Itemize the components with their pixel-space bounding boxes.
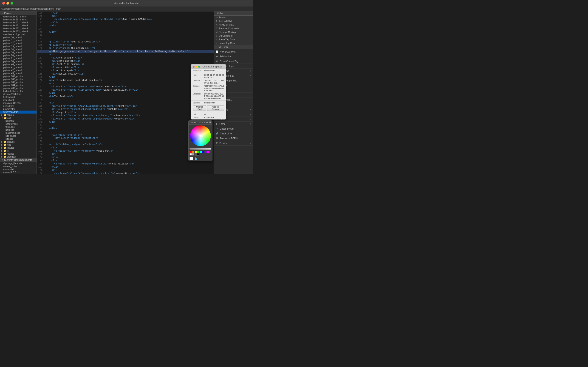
sidebar-folder-files[interactable]: ▶📁files	[0, 143, 36, 146]
sidebar-css-subfile[interactable]: site-alt.css	[0, 134, 36, 137]
html-tool-preview[interactable]: PPreview▼	[214, 141, 253, 146]
sidebar-file-item[interactable]: yojimbo21_pr.html	[0, 57, 36, 60]
sidebar-folder-movies[interactable]: ▶📁movies	[0, 152, 36, 155]
line-content[interactable]: </div>	[44, 127, 59, 130]
close-button[interactable]	[2, 2, 5, 5]
utilities-item-text-to-html...[interactable]: AText to HTML...	[214, 19, 253, 23]
html-tool-close-current-tag[interactable]: ⊠Close Current Tag	[214, 59, 253, 64]
sidebar-folder-images[interactable]: ▶📁images	[0, 146, 36, 149]
sidebar-file-item[interactable]: yojimbo10_pr.html	[0, 36, 36, 39]
line-content[interactable]: </ul>	[44, 121, 57, 124]
line-content[interactable]: </li>	[44, 21, 60, 24]
sidebar-file-item[interactable]: index.html	[0, 99, 36, 102]
line-content[interactable]: <li><a href="https://littlehive.com/">Sa…	[44, 89, 140, 92]
color-swatch[interactable]	[190, 153, 192, 156]
sidebar-file-item[interactable]: yojimbo12_pr.html	[0, 42, 36, 45]
sidebar-file-item[interactable]: yojimbo302_pr.html	[0, 78, 36, 81]
sidebar-file-item[interactable]: history.html	[0, 96, 36, 99]
sidebar-file-item[interactable]: textwrangler453_pr.html	[0, 30, 36, 33]
html-tool-new-document[interactable]: 📄New Document	[214, 49, 253, 54]
line-content[interactable]: <li>Scott Burton</li>	[44, 60, 82, 63]
line-content[interactable]: <li><a href="http://pearce.com/">Naomi P…	[44, 85, 128, 89]
line-content[interactable]	[44, 34, 49, 37]
sidebar-file-item[interactable]: yojimbo301_pr.html	[0, 75, 36, 78]
colors-tab-image[interactable]: 🖼	[209, 121, 211, 124]
sidebar-folder-discuss[interactable]: ▶📁discuss	[0, 140, 36, 143]
line-content[interactable]: <li><a href="https://www.flyingmeat.com/…	[44, 105, 139, 108]
line-content[interactable]: <a class="n1" href="/company/">About Us<…	[44, 150, 115, 153]
color-swatch[interactable]	[195, 153, 197, 156]
minimize-button[interactable]	[6, 2, 9, 5]
html-tool-form[interactable]: FForm▼	[214, 122, 253, 126]
line-content[interactable]: <div class="col-sm-3">	[44, 133, 84, 137]
line-content[interactable]: <li>	[44, 153, 59, 156]
sidebar-file-item[interactable]: yojimbo403_pr.html	[0, 87, 36, 90]
sidebar-file-item[interactable]: textwrangler451_pr.html	[0, 24, 36, 27]
colors-tab-sliders[interactable]: ≡	[202, 121, 203, 124]
line-content[interactable]: <p class="p"></p>	[44, 44, 74, 47]
line-content[interactable]: <li><a href="https://subversion.apache.o…	[44, 114, 141, 117]
colors-tab-pencil[interactable]: ✏	[204, 121, 206, 124]
line-content[interactable]: <p>with additional contributions by</p>	[44, 79, 104, 82]
sidebar-file-item[interactable]: yojimbo40_pr.html	[0, 63, 36, 66]
line-content[interactable]: <p>This gorgeous web site before you is …	[44, 50, 192, 53]
line-content[interactable]: <ul id="sidebar_navigation" class="n5">	[44, 143, 104, 146]
sidebar-file-item[interactable]: yojimbo11_pr.html	[0, 39, 36, 42]
ci-close-btn[interactable]	[193, 66, 195, 68]
html-tool-check-links[interactable]: 🔗Check Links	[214, 131, 253, 136]
sidebar-css-subfile[interactable]: help.css	[0, 128, 36, 131]
line-content[interactable]: <a class="n3" href="/company/history.htm…	[44, 172, 141, 174]
utilities-item-remove-comments[interactable]: #Remove Comments	[214, 27, 253, 30]
ci-min-btn[interactable]	[195, 66, 197, 68]
line-content[interactable]	[44, 98, 49, 101]
line-content[interactable]	[44, 27, 49, 31]
line-content[interactable]: </li>	[44, 11, 60, 15]
selected-color-dropper[interactable]: 💧	[194, 157, 198, 160]
sidebar-file-item[interactable]: yojimbo14_pr.html	[0, 48, 36, 51]
sidebar-file-item[interactable]: closure-2020.html	[0, 93, 36, 96]
sidebar-css-subfile[interactable]: fonts.css	[0, 125, 36, 128]
color-swatch[interactable]	[205, 151, 207, 153]
line-content[interactable]: <ul>	[44, 53, 56, 56]
utilities-item-format...[interactable]: ⚙Format...	[214, 16, 253, 19]
colors-tab-crayon[interactable]: ✒	[206, 121, 208, 124]
sidebar-file-item[interactable]: weathercal10_pr.html	[0, 33, 36, 36]
color-wheel[interactable]	[190, 125, 211, 146]
line-content[interactable]: <li>	[44, 159, 59, 162]
sidebar-file-item[interactable]: yojimbo16_pr.html	[0, 51, 36, 54]
sidebar-file-item[interactable]: mosaicredits.html	[0, 102, 36, 105]
sidebar-css-subfile[interactable]: blueprint	[0, 119, 36, 123]
sidebar-file-item[interactable]: sitecredits.html	[0, 110, 36, 114]
line-content[interactable]: <ul>	[44, 101, 56, 105]
sidebar-css-subfile[interactable]: coderay.css	[0, 123, 36, 125]
use-for-find-button[interactable]: Use for Find	[193, 105, 206, 111]
html-tool-preview-in-bbedit[interactable]: BPreview in BBEdit	[214, 136, 253, 141]
line-content[interactable]: <a class="n4" href="/company/news.html">…	[44, 162, 136, 166]
sidebar-open-doc-item[interactable]: new-us.txt	[0, 168, 36, 171]
ci-max-btn[interactable]	[198, 66, 200, 68]
sidebar-file-item[interactable]: yojimbo20_pr.html	[0, 54, 36, 57]
sidebar-open-doc-item[interactable]: notes-14.6.8.txt	[0, 174, 36, 174]
color-swatch[interactable]	[197, 151, 199, 153]
maximize-button[interactable]	[10, 2, 13, 5]
color-swatch[interactable]	[199, 151, 202, 153]
line-content[interactable]: </ul>	[44, 24, 57, 27]
color-swatch[interactable]	[190, 151, 192, 153]
line-content[interactable]: <li>Snapz Pro</li>	[44, 111, 78, 114]
sidebar-open-doc-item[interactable]: notes-14.6.8.txt	[0, 171, 36, 174]
line-content[interactable]: <li><a href="/products/bbedit/index.html…	[44, 108, 132, 111]
color-swatch[interactable]	[207, 151, 209, 153]
color-swatch[interactable]	[195, 151, 197, 153]
sidebar-folder-contact[interactable]: ▶📁contact	[0, 114, 36, 117]
line-content[interactable]: <a class="n6" href="/company/builtwitbbe…	[44, 18, 154, 21]
line-content[interactable]: </div>	[44, 31, 59, 34]
color-swatch[interactable]	[202, 151, 204, 153]
sidebar-folder-products[interactable]: ▶📁products	[0, 155, 36, 158]
line-content[interactable]: <p class="p"><b>The people</b></p>	[44, 47, 97, 50]
sidebar-css-subfile[interactable]: mailchimp.css	[0, 131, 36, 134]
use-for-replace-button[interactable]: Use for Replace	[207, 105, 224, 111]
sidebar-file-item[interactable]: textwrangler50_pr.html	[0, 15, 36, 18]
line-content[interactable]: <h3>The Tools</h3>	[44, 95, 75, 98]
line-content[interactable]: <li>	[44, 146, 59, 150]
utilities-item-remove-markup[interactable]: MRemove Markup	[214, 30, 253, 34]
